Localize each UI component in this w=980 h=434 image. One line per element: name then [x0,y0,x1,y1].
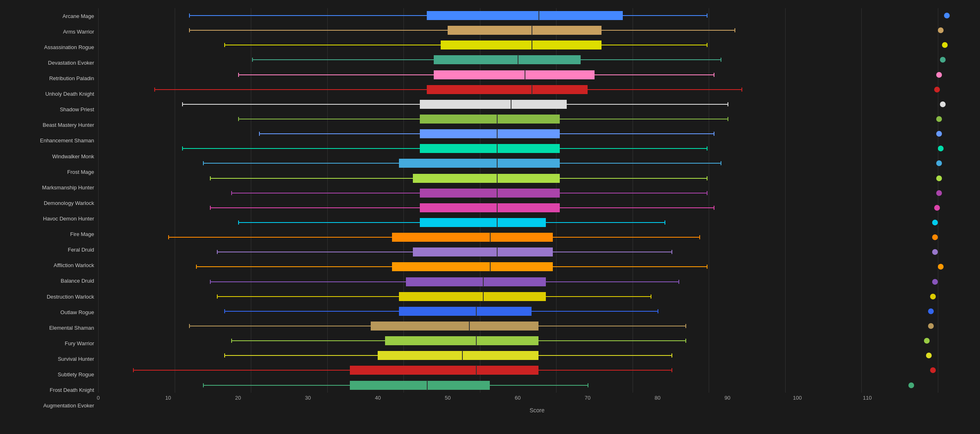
iqr-box [371,322,538,331]
spec-dot [936,116,942,122]
whisker-cap-low [210,206,211,210]
dot-row [902,112,976,126]
whisker-cap-low [168,235,169,239]
iqr-box [350,366,538,375]
iqr-box [392,233,553,242]
dot-row [902,304,976,319]
whisker-cap-high [707,13,707,18]
y-label: Frost Mage [4,164,94,179]
x-tick: 20 [235,395,241,401]
bar-row [98,68,902,81]
whisker-cap-high [678,280,679,284]
bar-row [98,187,902,200]
dot-row [902,289,976,304]
whisker-cap-high [685,324,686,328]
y-label: Retribution Paladin [4,71,94,85]
median-line [497,203,498,213]
iqr-box [434,55,581,64]
spec-dot [930,367,936,373]
spec-dot [928,308,934,314]
dot-row [902,126,976,141]
spec-dot [940,101,946,107]
whisker-cap-high [699,235,700,239]
spec-dot [932,249,938,255]
bar-row [98,260,902,273]
x-tick: 50 [445,395,451,401]
whisker-cap-low [238,220,239,225]
whisker-cap-low [231,191,232,195]
spec-dot [938,146,944,151]
iqr-box [399,307,532,316]
median-line [497,158,498,168]
dot-row [902,141,976,156]
bar-row [98,24,902,37]
whisker-cap-low [217,295,218,299]
bar-row [98,83,902,96]
whisker-cap-high [651,295,651,299]
y-label: Beast Mastery Hunter [4,118,94,133]
median-line [490,262,491,272]
bar-row [98,245,902,259]
whisker-cap-low [238,73,239,77]
dot-row [902,274,976,289]
x-tick: 60 [515,395,520,401]
spec-dot [928,323,934,329]
bar-row [98,98,902,111]
y-label: Unholy Death Knight [4,87,94,101]
spec-dot [908,382,914,388]
whisker-cap-low [224,43,225,47]
y-labels: Arcane MageArms WarriorAssassination Rog… [4,8,98,414]
plot-area: 0102030405060708090100110 Score [98,8,976,414]
whisker-cap-low [224,353,225,358]
iqr-box [420,115,560,124]
spec-dot [932,220,938,225]
iqr-box [385,336,539,345]
whisker-cap-low [238,117,239,121]
x-tick: 30 [305,395,311,401]
bar-row [98,9,902,22]
median-line [532,25,532,35]
iqr-box [420,203,560,212]
whisker-cap-high [721,161,721,165]
bar-row [98,216,902,229]
median-line [497,218,498,227]
x-tick: 0 [97,395,99,401]
whisker-cap-high [707,43,707,47]
whisker-cap-high [671,250,672,254]
median-line [525,70,525,80]
whisker-cap-high [714,132,714,136]
bar-row [98,112,902,126]
bar-row [98,157,902,170]
dot-row [902,215,976,230]
spec-dot [936,160,942,166]
bar-row [98,349,902,362]
whisker-cap-low [154,88,155,92]
median-line [462,351,463,360]
x-tick: 90 [725,395,730,401]
spec-dot [932,234,938,240]
bar-row [98,334,902,347]
dot-row [902,186,976,200]
iqr-box [448,26,602,35]
whisker-cap-high [721,58,721,62]
spec-dot [936,175,942,181]
dot-row [902,171,976,186]
y-label: Frost Death Knight [4,383,94,398]
spec-dot [936,190,942,196]
whisker-cap-high [707,176,707,180]
whisker-cap-low [231,339,232,343]
median-line [483,292,484,301]
dot-row [902,200,976,215]
whisker-cap-high [728,117,728,121]
whisker-cap-high [707,265,707,269]
bar-row [98,201,902,214]
bar-row [98,364,902,377]
median-line [532,85,532,94]
spec-dot [930,294,936,299]
chart-container: Arcane MageArms WarriorAssassination Rog… [0,0,980,434]
dot-row [902,230,976,245]
iqr-box [427,85,588,94]
spec-dot [934,205,940,211]
median-line [511,99,511,109]
whisker-cap-high [671,368,672,372]
